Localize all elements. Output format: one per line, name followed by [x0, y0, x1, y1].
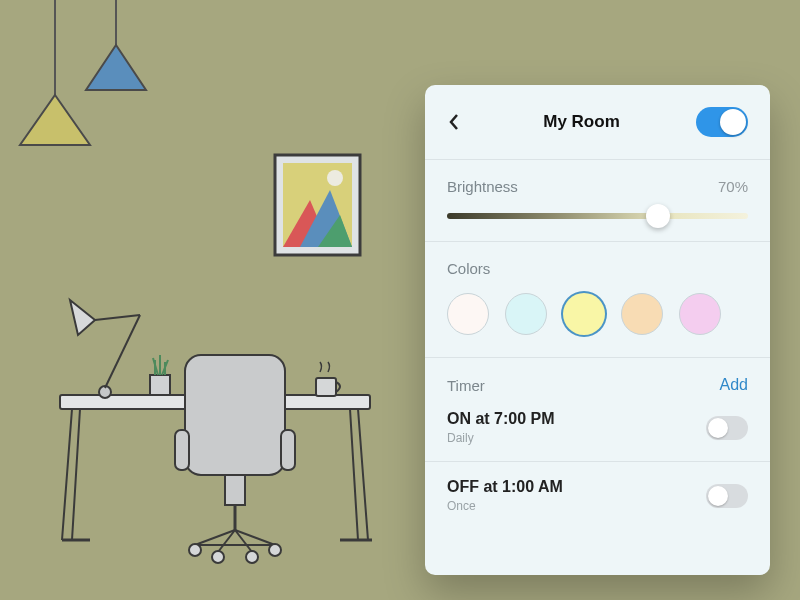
timer-label: Timer — [447, 377, 485, 394]
colors-label: Colors — [447, 260, 490, 277]
brightness-value: 70% — [718, 178, 748, 195]
svg-marker-1 — [86, 45, 146, 90]
color-swatch-cyan[interactable] — [505, 293, 547, 335]
svg-point-6 — [327, 170, 343, 186]
svg-rect-14 — [150, 375, 170, 395]
brightness-slider-thumb[interactable] — [646, 204, 670, 228]
back-button[interactable] — [447, 112, 467, 132]
timer-subtitle: Daily — [447, 431, 555, 445]
svg-line-11 — [105, 315, 140, 388]
brightness-label: Brightness — [447, 178, 518, 195]
svg-rect-28 — [175, 430, 189, 470]
svg-marker-13 — [70, 300, 95, 335]
timer-row: OFF at 1:00 AMOnce — [447, 462, 748, 529]
svg-rect-15 — [316, 378, 336, 396]
brightness-section: Brightness 70% — [447, 160, 748, 241]
svg-rect-29 — [281, 430, 295, 470]
svg-point-24 — [189, 544, 201, 556]
add-timer-button[interactable]: Add — [720, 376, 748, 394]
color-swatch-pink[interactable] — [679, 293, 721, 335]
svg-rect-16 — [185, 355, 285, 475]
light-control-panel: My Room Brightness 70% Colors Timer Add … — [425, 85, 770, 575]
room-power-toggle[interactable] — [696, 107, 748, 137]
colors-section: Colors — [447, 242, 748, 357]
timer-title: OFF at 1:00 AM — [447, 478, 563, 496]
timer-title: ON at 7:00 PM — [447, 410, 555, 428]
svg-point-27 — [269, 544, 281, 556]
color-swatch-white[interactable] — [447, 293, 489, 335]
timer-subtitle: Once — [447, 499, 563, 513]
timer-toggle[interactable] — [706, 416, 748, 440]
timer-list: ON at 7:00 PMDailyOFF at 1:00 AMOnce — [447, 394, 748, 529]
color-swatch-yellow[interactable] — [563, 293, 605, 335]
svg-point-25 — [212, 551, 224, 563]
color-swatch-orange[interactable] — [621, 293, 663, 335]
svg-marker-3 — [20, 95, 90, 145]
panel-header: My Room — [447, 85, 748, 159]
svg-point-26 — [246, 551, 258, 563]
timer-row: ON at 7:00 PMDaily — [447, 394, 748, 461]
color-swatch-row — [447, 293, 748, 335]
chevron-left-icon — [447, 113, 461, 131]
timer-section: Timer Add ON at 7:00 PMDailyOFF at 1:00 … — [447, 358, 748, 529]
svg-rect-17 — [225, 475, 245, 505]
timer-toggle[interactable] — [706, 484, 748, 508]
page-title: My Room — [543, 112, 620, 132]
brightness-slider[interactable] — [447, 213, 748, 219]
svg-line-12 — [95, 315, 140, 320]
